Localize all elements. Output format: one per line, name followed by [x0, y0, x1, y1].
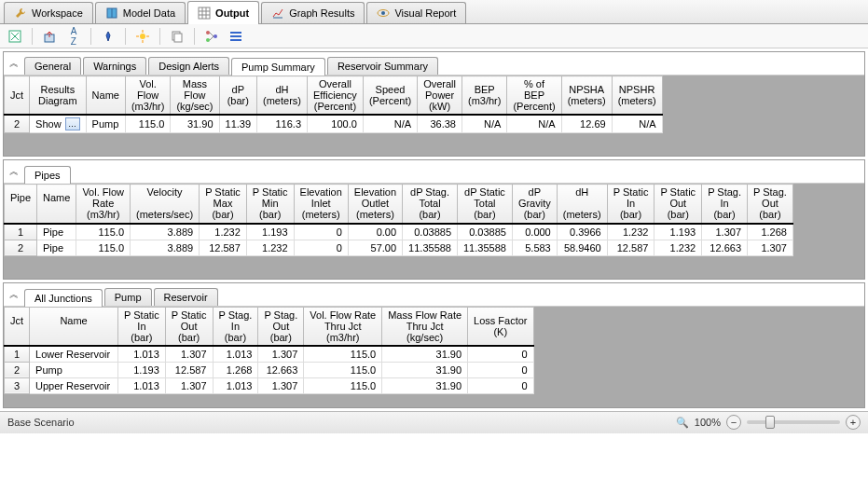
data-cell: 0.00 [348, 224, 402, 240]
col-header[interactable]: NPSHR(meters) [612, 76, 662, 116]
sort-button[interactable]: AZ [64, 27, 83, 46]
list-button[interactable] [227, 27, 245, 46]
zoom-in-button[interactable]: + [846, 415, 861, 430]
row-header[interactable]: 1 [5, 224, 37, 240]
col-header[interactable]: Vol. Flow RateThru Jct(m3/hr) [304, 307, 382, 346]
col-header[interactable]: NPSHA(meters) [561, 76, 612, 116]
collapse-button[interactable]: ︽ [4, 53, 24, 74]
col-header[interactable]: BEP(m3/hr) [462, 76, 506, 116]
col-header[interactable]: OverallPower(kW) [418, 76, 462, 116]
sub-tab-design-alerts[interactable]: Design Alerts [148, 57, 229, 75]
col-header[interactable]: ResultsDiagram [30, 76, 87, 116]
row-header[interactable]: 1 [5, 346, 30, 363]
main-tab-workspace[interactable]: Workspace [4, 2, 93, 23]
name-cell: Pump [86, 115, 125, 133]
col-header[interactable]: MassFlow(kg/sec) [171, 76, 219, 116]
sub-tab-all-junctions[interactable]: All Junctions [24, 289, 103, 307]
junctions-panel: ︽ All JunctionsPumpReservoir Jct Name P … [3, 282, 865, 408]
main-tab-model-data[interactable]: Model Data [95, 2, 186, 23]
pipes-panel: ︽ Pipes Pipe Name Vol. FlowRate(m3/hr)Ve… [3, 159, 865, 279]
col-header[interactable]: ElevationOutlet(meters) [348, 185, 402, 224]
svg-rect-24 [230, 39, 241, 41]
collapse-button[interactable]: ︽ [4, 161, 24, 182]
col-header[interactable]: Name [37, 185, 76, 224]
col-header[interactable]: ElevationInlet(meters) [294, 185, 348, 224]
ellipsis-button[interactable]: … [65, 117, 80, 130]
col-header[interactable]: P Stag.Out(bar) [258, 307, 304, 346]
sub-tab-pipes[interactable]: Pipes [24, 166, 71, 184]
show-cell[interactable]: Show … [30, 115, 87, 133]
name-cell: Pipe [37, 224, 76, 240]
name-cell: Pump [30, 362, 118, 377]
data-cell: 12.587 [607, 240, 654, 255]
zoom-out-button[interactable]: − [726, 415, 741, 430]
row-header[interactable]: 2 [5, 362, 30, 377]
col-header[interactable]: OverallEfficiency(Percent) [308, 76, 364, 116]
sub-tab-pump-summary[interactable]: Pump Summary [231, 58, 325, 75]
col-header[interactable]: P StaticIn(bar) [118, 307, 166, 346]
svg-rect-23 [230, 35, 241, 37]
col-header[interactable]: dP(bar) [219, 76, 257, 116]
scenario-label: Base Scenario [7, 417, 75, 428]
col-header[interactable]: P StaticOut(bar) [165, 307, 213, 346]
data-cell: 11.35588 [458, 240, 513, 255]
col-header[interactable]: Loss Factor(K) [468, 307, 533, 346]
col-header[interactable]: Vol. FlowRate(m3/hr) [76, 185, 131, 224]
pin-button[interactable] [99, 27, 117, 46]
col-header[interactable]: P Stag.In(bar) [213, 307, 258, 346]
col-header[interactable]: Pipe [5, 185, 37, 224]
col-header[interactable]: dH(meters) [257, 76, 308, 116]
col-header[interactable]: dH (meters) [557, 185, 607, 224]
sun-button[interactable] [133, 27, 152, 46]
sub-tab-reservoir[interactable]: Reservoir [154, 288, 218, 306]
data-cell: 1.013 [213, 346, 258, 363]
row-header[interactable]: 3 [5, 377, 30, 393]
main-tab-output[interactable]: Output [187, 1, 259, 24]
tree-button[interactable] [202, 27, 221, 46]
col-header[interactable]: Mass Flow RateThru Jct(kg/sec) [382, 307, 468, 346]
main-tab-graph-results[interactable]: Graph Results [261, 2, 365, 23]
main-tab-visual-report[interactable]: Visual Report [366, 2, 466, 23]
data-cell: 115.0 [304, 377, 382, 393]
col-header[interactable]: P StaticMin(bar) [246, 185, 294, 224]
copy-button[interactable] [168, 27, 186, 46]
sub-tab-pump[interactable]: Pump [104, 288, 152, 306]
data-cell: 115.0 [76, 240, 131, 255]
refresh-button[interactable] [6, 27, 24, 46]
col-header[interactable]: dP Stag.Total(bar) [403, 185, 458, 224]
col-header[interactable]: Vol.Flow(m3/hr) [125, 76, 170, 116]
col-header[interactable]: Name [86, 76, 125, 116]
zoom-slider[interactable] [747, 420, 840, 424]
col-header[interactable]: Jct [5, 307, 30, 346]
row-header[interactable]: 2 [5, 115, 30, 133]
col-header[interactable]: % ofBEP(Percent) [507, 76, 561, 116]
sub-tab-reservoir-summary[interactable]: Reservoir Summary [327, 57, 438, 75]
grid-icon [198, 7, 211, 20]
col-header[interactable]: Jct [5, 76, 30, 116]
col-header[interactable]: dPGravity(bar) [512, 185, 557, 224]
col-header[interactable]: P StaticIn(bar) [607, 185, 654, 224]
col-header[interactable]: P StaticOut(bar) [654, 185, 702, 224]
col-header[interactable]: dP StaticTotal(bar) [458, 185, 513, 224]
col-header[interactable]: P Stag.Out(bar) [748, 185, 793, 224]
row-header[interactable]: 2 [5, 240, 37, 255]
book-icon [105, 7, 118, 20]
col-header[interactable]: Velocity (meters/sec) [131, 185, 200, 224]
zoom-icon: 🔍 [676, 417, 689, 429]
col-header[interactable]: P StaticMax(bar) [200, 185, 247, 224]
data-cell: 3.889 [131, 224, 200, 240]
sub-tab-general[interactable]: General [24, 57, 81, 75]
collapse-button[interactable]: ︽ [4, 284, 24, 305]
col-header[interactable]: Speed(Percent) [363, 76, 417, 116]
output-toolbar: AZ [0, 24, 868, 48]
sub-tab-warnings[interactable]: Warnings [83, 57, 146, 75]
data-cell: 1.268 [748, 224, 793, 240]
data-cell: 1.013 [118, 377, 166, 393]
col-header[interactable]: Name [30, 307, 118, 346]
col-header[interactable]: P Stag.In(bar) [702, 185, 748, 224]
data-cell: 11.39 [219, 115, 257, 133]
data-cell: 0 [294, 240, 348, 255]
export-button[interactable] [40, 27, 59, 46]
data-cell: 12.587 [165, 362, 213, 377]
data-cell: 57.00 [348, 240, 402, 255]
